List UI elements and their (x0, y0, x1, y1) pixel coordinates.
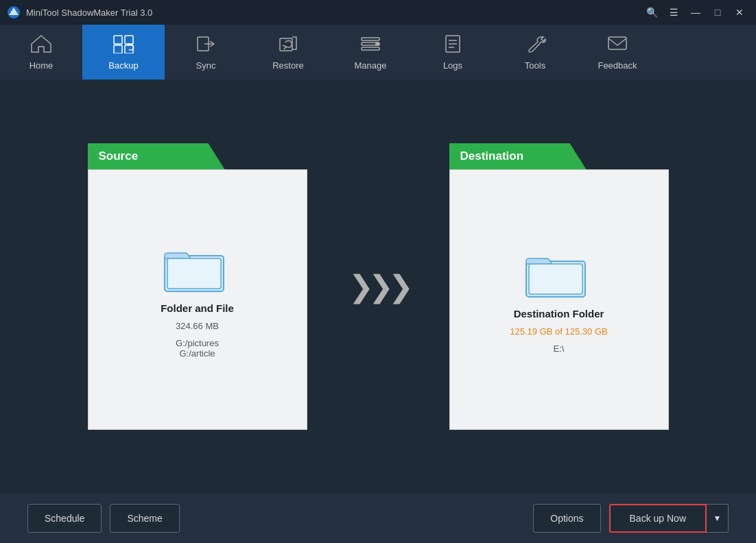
source-card-size: 324.66 MB (176, 321, 219, 331)
source-path-2: G:/article (176, 348, 219, 359)
options-button[interactable]: Options (533, 504, 600, 533)
backup-icon (113, 34, 134, 56)
svg-rect-6 (280, 38, 292, 51)
source-card-body[interactable]: Folder and File 324.66 MB G:/pictures G:… (88, 169, 307, 430)
home-icon (30, 34, 52, 56)
menu-button[interactable]: ☰ (664, 5, 683, 20)
svg-rect-17 (167, 258, 221, 289)
bottom-right-buttons: Options Back up Now ▼ (533, 504, 729, 533)
source-card-title: Folder and File (161, 302, 234, 314)
tools-icon (524, 34, 546, 56)
arrow-container: ❯❯❯ (349, 272, 408, 302)
nav-sync-label: Sync (196, 60, 216, 71)
svg-rect-19 (529, 264, 582, 294)
app-title: MiniTool ShadowMaker Trial 3.0 (26, 8, 152, 18)
nav-feedback[interactable]: Feedback (576, 25, 659, 80)
nav-home-label: Home (29, 60, 54, 71)
forward-arrow-icon: ❯❯❯ (349, 272, 408, 302)
maximize-button[interactable]: □ (708, 5, 727, 20)
svg-rect-1 (114, 36, 122, 44)
destination-folder-icon (525, 246, 593, 301)
nav-manage-label: Manage (355, 60, 387, 71)
nav-feedback-label: Feedback (598, 60, 637, 71)
title-bar: MiniTool ShadowMaker Trial 3.0 🔍 ☰ — □ ✕ (0, 0, 756, 25)
destination-card-header: Destination (449, 143, 669, 169)
destination-card-space: 125.19 GB of 125.30 GB (510, 326, 607, 337)
nav-sync[interactable]: Sync (165, 25, 247, 80)
source-card-header: Source (88, 143, 307, 169)
destination-card-container: Destination Destination Folder 125.19 GB… (449, 143, 669, 430)
feedback-icon (606, 34, 628, 56)
schedule-button[interactable]: Schedule (27, 504, 102, 533)
nav-tools-label: Tools (525, 60, 545, 71)
nav-restore-label: Restore (272, 60, 304, 71)
destination-card-body[interactable]: Destination Folder 125.19 GB of 125.30 G… (449, 169, 669, 430)
nav-backup-label: Backup (108, 60, 138, 71)
svg-rect-15 (609, 37, 626, 49)
svg-rect-2 (125, 36, 133, 44)
manage-icon (359, 34, 381, 56)
backup-dropdown-button[interactable]: ▼ (707, 504, 729, 533)
nav-backup[interactable]: Backup (82, 25, 165, 80)
svg-rect-10 (362, 47, 379, 50)
app-logo-icon (7, 5, 21, 19)
search-button[interactable]: 🔍 (642, 5, 661, 20)
source-card-paths: G:/pictures G:/article (176, 338, 219, 359)
scheme-button[interactable]: Scheme (110, 504, 179, 533)
sync-icon (195, 34, 217, 56)
nav-restore[interactable]: Restore (247, 25, 329, 80)
nav-manage[interactable]: Manage (329, 25, 412, 80)
main-content: Source Folder and File 324.66 MB G:/pict… (0, 80, 756, 494)
source-header-label: Source (99, 149, 139, 163)
svg-point-9 (375, 42, 379, 46)
svg-rect-3 (114, 45, 122, 53)
restore-icon (277, 34, 299, 56)
destination-card-title: Destination Folder (514, 308, 604, 319)
bottom-left-buttons: Schedule Scheme (27, 504, 180, 533)
source-card-container: Source Folder and File 324.66 MB G:/pict… (88, 143, 307, 430)
minimize-button[interactable]: — (686, 5, 705, 20)
bottom-bar: Schedule Scheme Options Back up Now ▼ (0, 494, 756, 543)
destination-header-label: Destination (460, 149, 524, 163)
source-folder-icon (163, 241, 232, 295)
nav-logs[interactable]: Logs (412, 25, 494, 80)
destination-card-drive: E:\ (554, 343, 565, 354)
nav-logs-label: Logs (443, 60, 462, 71)
backup-now-button[interactable]: Back up Now (609, 504, 707, 533)
nav-tools[interactable]: Tools (494, 25, 576, 80)
nav-bar: Home Backup Sync (0, 25, 756, 80)
source-path-1: G:/pictures (176, 338, 219, 348)
title-bar-left: MiniTool ShadowMaker Trial 3.0 (7, 5, 152, 19)
title-controls: 🔍 ☰ — □ ✕ (642, 5, 749, 20)
close-button[interactable]: ✕ (730, 5, 749, 20)
svg-rect-7 (362, 38, 379, 40)
logs-icon (442, 34, 464, 56)
dropdown-arrow-icon: ▼ (713, 514, 722, 523)
nav-home[interactable]: Home (0, 25, 82, 80)
